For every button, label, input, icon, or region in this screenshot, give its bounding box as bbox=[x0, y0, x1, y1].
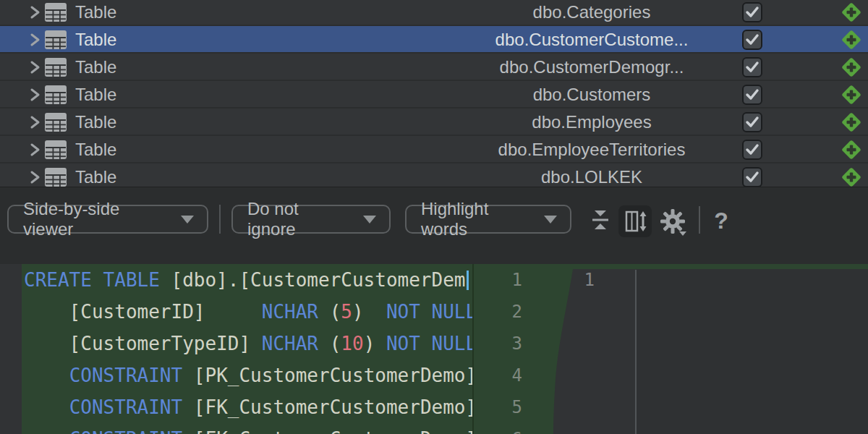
chevron-right-icon[interactable] bbox=[25, 167, 45, 187]
highlight-mode-dropdown[interactable]: Highlight words bbox=[405, 205, 571, 234]
row-type-label: Table bbox=[75, 0, 116, 26]
table-diff-list-rows: Table dbo.Categories Table dbo.CustomerC… bbox=[0, 0, 868, 187]
chevron-right-icon[interactable] bbox=[25, 85, 45, 105]
code-line: CREATE TABLE [dbo].[CustomerCustomerDem bbox=[24, 264, 472, 296]
toolbar-separator bbox=[699, 206, 700, 234]
diff-toolbar-area: Side-by-side viewer Do not ignore Highli… bbox=[0, 187, 868, 264]
chevron-right-icon[interactable] bbox=[25, 140, 45, 160]
status-added-icon bbox=[839, 27, 864, 52]
status-added-icon bbox=[839, 137, 864, 162]
chevron-down-icon bbox=[679, 231, 686, 236]
right-editor[interactable] bbox=[637, 264, 868, 434]
table-icon bbox=[43, 166, 68, 187]
table-row[interactable]: Table dbo.Categories bbox=[0, 0, 868, 26]
code-line: CONSTRAINT [PK_CustomerCustomerDemo] bbox=[24, 359, 472, 391]
table-diff-list: Table dbo.Categories Table dbo.CustomerC… bbox=[0, 0, 868, 187]
row-object-name: dbo.LOLKEK bbox=[447, 163, 736, 187]
status-added-icon bbox=[839, 55, 864, 80]
status-added-icon bbox=[839, 165, 864, 187]
code-line: [CustomerTypeID] NCHAR (10) NOT NULL, bbox=[24, 328, 472, 359]
row-checkbox[interactable] bbox=[742, 2, 762, 22]
table-icon bbox=[43, 1, 68, 23]
row-type-label: Table bbox=[75, 54, 116, 81]
row-checkbox[interactable] bbox=[742, 140, 762, 160]
row-type-label: Table bbox=[75, 26, 116, 54]
chevron-right-icon[interactable] bbox=[25, 2, 45, 22]
row-checkbox[interactable] bbox=[742, 112, 762, 132]
highlight-mode-label: Highlight words bbox=[421, 199, 531, 239]
ignore-policy-label: Do not ignore bbox=[247, 199, 350, 239]
right-line-numbers: 1 bbox=[557, 264, 595, 434]
table-icon bbox=[43, 84, 68, 106]
checkmark-icon bbox=[744, 86, 761, 103]
row-checkbox[interactable] bbox=[742, 85, 762, 105]
row-object-name: dbo.EmployeeTerritories bbox=[447, 136, 736, 163]
side-by-side-diff: CREATE TABLE [dbo].[CustomerCustomerDem … bbox=[0, 264, 868, 434]
table-icon bbox=[43, 29, 68, 51]
table-row[interactable]: Table dbo.CustomerCustome... bbox=[0, 26, 868, 54]
text-caret bbox=[467, 271, 469, 290]
row-type-label: Table bbox=[75, 163, 116, 187]
row-type-label: Table bbox=[75, 109, 116, 136]
table-row[interactable]: Table dbo.Customers bbox=[0, 81, 868, 109]
status-added-icon bbox=[839, 82, 864, 107]
gear-icon bbox=[657, 205, 689, 237]
row-type-label: Table bbox=[75, 136, 116, 163]
table-row[interactable]: Table dbo.LOLKEK bbox=[0, 163, 868, 187]
collapse-unchanged-icon[interactable] bbox=[586, 206, 615, 234]
toolbar-separator bbox=[219, 205, 221, 234]
table-row[interactable]: Table dbo.Employees bbox=[0, 109, 868, 136]
table-row[interactable]: Table dbo.EmployeeTerritories bbox=[0, 136, 868, 163]
row-checkbox[interactable] bbox=[742, 57, 762, 77]
chevron-right-icon[interactable] bbox=[25, 57, 45, 77]
status-added-icon bbox=[839, 0, 864, 25]
viewer-mode-label: Side-by-side viewer bbox=[23, 199, 168, 239]
line-number: 6 bbox=[474, 423, 522, 434]
checkmark-icon bbox=[744, 169, 761, 186]
chevron-down-icon bbox=[544, 216, 557, 224]
checkmark-icon bbox=[744, 4, 761, 21]
row-checkbox[interactable] bbox=[742, 167, 762, 187]
left-editor-code: CREATE TABLE [dbo].[CustomerCustomerDem … bbox=[22, 264, 472, 434]
insertion-marker bbox=[637, 264, 868, 269]
ignore-policy-dropdown[interactable]: Do not ignore bbox=[231, 205, 391, 234]
checkmark-icon bbox=[744, 31, 761, 48]
column-scroll-icon bbox=[618, 205, 652, 237]
row-checkbox[interactable] bbox=[742, 30, 762, 50]
checkmark-icon bbox=[744, 141, 761, 158]
table-icon bbox=[43, 139, 68, 161]
row-type-label: Table bbox=[75, 81, 116, 109]
row-object-name: dbo.Categories bbox=[447, 0, 736, 26]
left-line-numbers: 123456 bbox=[474, 264, 522, 434]
row-object-name: dbo.CustomerDemogr... bbox=[447, 54, 736, 81]
left-line-numbers-pad bbox=[522, 264, 535, 434]
line-number: 1 bbox=[474, 264, 522, 296]
checkmark-icon bbox=[744, 114, 761, 131]
row-object-name: dbo.CustomerCustome... bbox=[447, 26, 736, 54]
chevron-right-icon[interactable] bbox=[25, 112, 45, 132]
sync-scroll-toggle[interactable] bbox=[618, 205, 652, 237]
line-number: 5 bbox=[474, 391, 522, 423]
table-icon bbox=[43, 111, 68, 133]
line-number: 3 bbox=[474, 328, 522, 359]
left-editor-gutter bbox=[0, 264, 22, 434]
code-line: CONSTRAINT [FK_CustomerCustomerDemo] bbox=[24, 423, 472, 434]
line-number: 2 bbox=[474, 296, 522, 328]
code-line: CONSTRAINT [FK_CustomerCustomerDemo] bbox=[24, 391, 472, 423]
code-line: [CustomerID] NCHAR (5) NOT NULL, bbox=[24, 296, 472, 328]
table-row[interactable]: Table dbo.CustomerDemogr... bbox=[0, 54, 868, 81]
chevron-right-icon[interactable] bbox=[25, 30, 45, 50]
left-editor[interactable]: CREATE TABLE [dbo].[CustomerCustomerDem … bbox=[22, 264, 472, 434]
row-object-name: dbo.Customers bbox=[447, 81, 736, 109]
settings-button[interactable] bbox=[657, 205, 693, 237]
line-number: 4 bbox=[474, 359, 522, 391]
row-object-name: dbo.Employees bbox=[447, 109, 736, 136]
line-number: 1 bbox=[557, 264, 595, 296]
chevron-down-icon bbox=[363, 216, 376, 224]
chevron-down-icon bbox=[181, 216, 194, 224]
checkmark-icon bbox=[744, 59, 761, 76]
table-icon bbox=[43, 56, 68, 78]
status-added-icon bbox=[839, 110, 864, 135]
viewer-mode-dropdown[interactable]: Side-by-side viewer bbox=[7, 205, 208, 234]
help-button[interactable]: ? bbox=[710, 205, 732, 237]
